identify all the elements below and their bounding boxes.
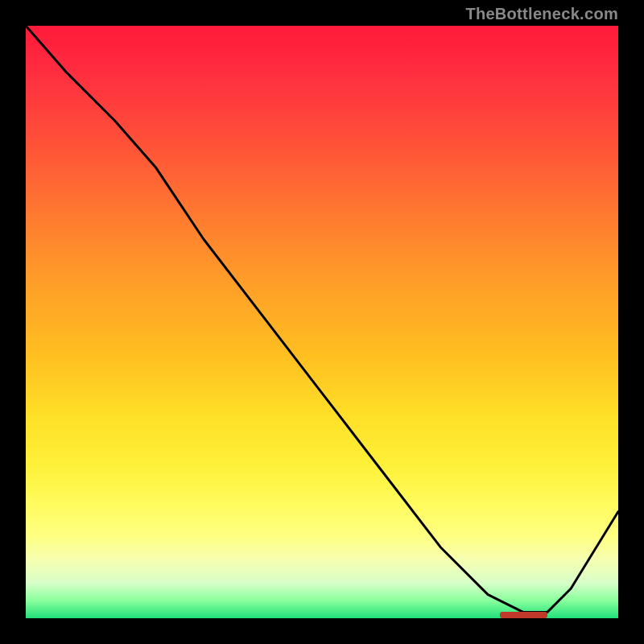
attribution-text: TheBottleneck.com: [465, 5, 618, 23]
plot-area: [26, 26, 618, 618]
chart-frame: TheBottleneck.com: [0, 0, 644, 644]
